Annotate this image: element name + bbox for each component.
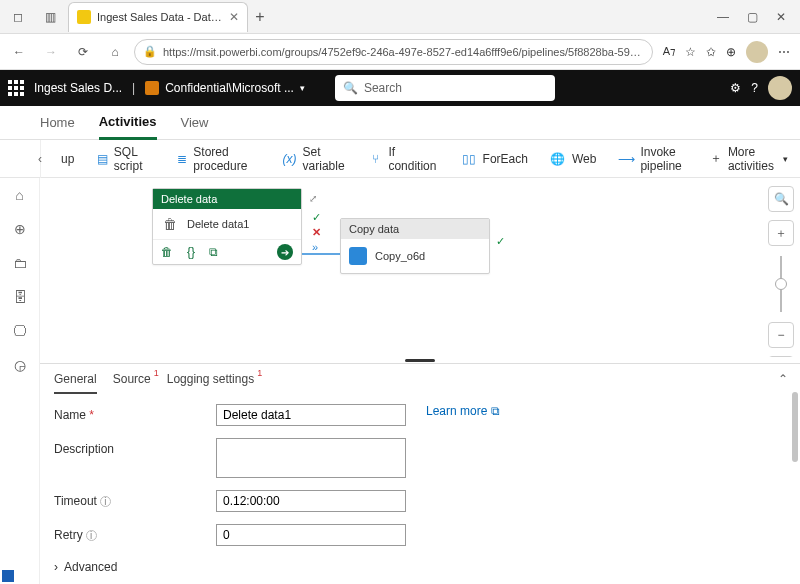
name-input[interactable]	[216, 404, 406, 426]
tool-web[interactable]: 🌐Web	[544, 147, 602, 171]
node-label: Delete data1	[187, 218, 249, 230]
back-button[interactable]: ←	[6, 39, 32, 65]
collapse-panel-icon[interactable]: ⌃	[778, 372, 788, 386]
collections-icon[interactable]: ⊕	[726, 45, 736, 59]
tab-home[interactable]: Home	[40, 106, 75, 140]
scroll-left-icon[interactable]: ‹	[0, 140, 41, 178]
variable-icon: (x)	[283, 151, 297, 167]
tool-foreach[interactable]: ▯▯ForEach	[455, 147, 534, 171]
refresh-button[interactable]: ⟳	[70, 39, 96, 65]
tool-if-condition[interactable]: ⑂If condition	[363, 141, 445, 177]
scrollbar-thumb[interactable]	[792, 392, 798, 462]
node-header: Delete data	[153, 189, 301, 209]
properties-panel: ⌃ General Source Logging settings Name *…	[40, 363, 800, 584]
tool-stored-procedure[interactable]: ≣Stored procedure	[170, 141, 267, 177]
success-indicator-icon: ✓	[312, 211, 321, 224]
sensitivity-label[interactable]: Confidential\Microsoft ... ▾	[145, 81, 305, 95]
datahub-icon[interactable]: 🗄	[11, 288, 29, 306]
create-icon[interactable]: ⊕	[11, 220, 29, 238]
favorites-bar-icon[interactable]: ✩	[706, 45, 716, 59]
advanced-toggle[interactable]: › Advanced	[54, 558, 788, 574]
prop-tab-general[interactable]: General	[54, 372, 97, 394]
search-box[interactable]: 🔍 Search	[335, 75, 555, 101]
external-link-icon: ⧉	[491, 404, 500, 418]
tab-close-icon[interactable]: ✕	[229, 10, 239, 24]
window-maximize-icon[interactable]: ▢	[747, 10, 758, 24]
url-box[interactable]: 🔒 https://msit.powerbi.com/groups/4752ef…	[134, 39, 653, 65]
activity-node-copy-data[interactable]: Copy data Copy_o6d ✓	[340, 218, 490, 274]
label-retry: Retryi	[54, 524, 204, 542]
db-icon: ≣	[176, 151, 188, 167]
prop-tab-logging[interactable]: Logging settings	[167, 372, 254, 394]
fit-to-screen-button[interactable]: ⛶	[768, 356, 794, 357]
window-close-icon[interactable]: ✕	[776, 10, 786, 24]
run-icon[interactable]: ➔	[277, 244, 293, 260]
code-icon[interactable]: {}	[187, 245, 195, 259]
read-aloud-icon[interactable]: A⁊	[663, 45, 675, 58]
chevron-down-icon: ▾	[300, 83, 305, 93]
lock-icon: 🔒	[143, 45, 157, 58]
browser-titlebar: ◻ ▥ Ingest Sales Data - Data enginee ✕ +…	[0, 0, 800, 34]
tab-title: Ingest Sales Data - Data enginee	[97, 11, 223, 23]
tool-sql-script[interactable]: ▤SQL script	[90, 141, 159, 177]
prop-tab-source[interactable]: Source	[113, 372, 151, 394]
failure-indicator-icon: ✕	[312, 226, 321, 239]
tab-view[interactable]: View	[181, 106, 209, 140]
search-canvas-button[interactable]: 🔍	[768, 186, 794, 212]
app-launcher-icon[interactable]	[8, 80, 24, 96]
timeout-input[interactable]	[216, 490, 406, 512]
info-icon[interactable]: i	[86, 530, 97, 541]
home-button[interactable]: ⌂	[102, 39, 128, 65]
zoom-in-button[interactable]: ＋	[768, 220, 794, 246]
browse-icon[interactable]: 🗀	[11, 254, 29, 272]
info-icon[interactable]: i	[100, 496, 111, 507]
learn-more-link[interactable]: Learn more ⧉	[426, 404, 500, 418]
copy-data-icon	[349, 247, 367, 265]
app-bar: Ingest Sales D... | Confidential\Microso…	[0, 70, 800, 106]
forward-button: →	[38, 39, 64, 65]
monitor-icon[interactable]: 🖵	[11, 322, 29, 340]
label-timeout: Timeouti	[54, 490, 204, 508]
taskbar-indicator	[2, 570, 14, 582]
pipeline-icon: ⟶	[618, 151, 634, 167]
tool-up[interactable]: up	[55, 148, 80, 170]
activity-node-delete-data[interactable]: Delete data ⤢ 🗑 Delete data1 ✓ ✕ » 🗑 {} …	[152, 188, 302, 265]
zoom-out-button[interactable]: −	[768, 322, 794, 348]
chevron-right-icon: ›	[54, 560, 58, 574]
properties-tabs: General Source Logging settings	[52, 370, 788, 394]
url-text: https://msit.powerbi.com/groups/4752ef9c…	[163, 46, 644, 58]
canvas-controls: 🔍 ＋ − ⛶ ▦	[768, 186, 794, 357]
resize-handle-icon[interactable]: ⤢	[309, 193, 317, 204]
browser-tab[interactable]: Ingest Sales Data - Data enginee ✕	[68, 2, 248, 32]
window-minimize-icon[interactable]: —	[717, 10, 729, 24]
more-activities-button[interactable]: ＋ More activities ▾	[710, 145, 788, 173]
new-tab-button[interactable]: +	[248, 8, 272, 26]
tool-invoke-pipeline[interactable]: ⟶Invoke pipeline	[612, 141, 699, 177]
description-input[interactable]	[216, 438, 406, 478]
delete-activity-icon[interactable]: 🗑	[161, 245, 173, 259]
personal-icon[interactable]: ◻	[4, 3, 32, 31]
chevron-down-icon: ▾	[783, 154, 788, 164]
tab-activities[interactable]: Activities	[99, 106, 157, 140]
breadcrumb[interactable]: Ingest Sales D...	[34, 81, 122, 95]
tool-set-variable[interactable]: (x)Set variable	[277, 141, 353, 177]
browser-address-bar: ← → ⟳ ⌂ 🔒 https://msit.powerbi.com/group…	[0, 34, 800, 70]
label-description: Description	[54, 438, 204, 456]
workspaces-icon[interactable]: ◶	[11, 356, 29, 374]
globe-icon: 🌐	[550, 151, 566, 167]
clone-icon[interactable]: ⧉	[209, 245, 218, 259]
settings-icon[interactable]: ⚙	[730, 81, 741, 95]
favorite-icon[interactable]: ☆	[685, 45, 696, 59]
loop-icon: ▯▯	[461, 151, 477, 167]
more-menu-icon[interactable]: ⋯	[778, 45, 790, 59]
tabs-icon[interactable]: ▥	[36, 3, 64, 31]
pipeline-canvas[interactable]: 🔍 ＋ − ⛶ ▦ Delete data ⤢ 🗑 Delete data1 ✓…	[40, 178, 800, 357]
zoom-slider[interactable]	[780, 256, 782, 312]
user-avatar-icon[interactable]	[768, 76, 792, 100]
profile-avatar-icon[interactable]	[746, 41, 768, 63]
label-name: Name *	[54, 404, 204, 422]
help-icon[interactable]: ?	[751, 81, 758, 95]
powerbi-favicon-icon	[77, 10, 91, 24]
home-icon[interactable]: ⌂	[11, 186, 29, 204]
retry-input[interactable]	[216, 524, 406, 546]
